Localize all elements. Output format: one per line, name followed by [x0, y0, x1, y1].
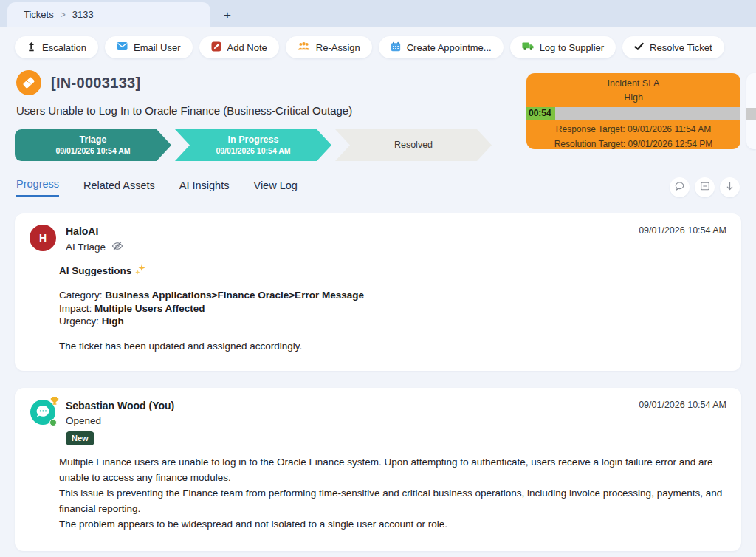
re-assign-label: Re-Assign	[316, 42, 360, 53]
add-note-button[interactable]: Add Note	[199, 36, 279, 58]
ai-suggestions-heading: AI Suggestions	[59, 265, 131, 276]
action-toolbar: Escalation Email User Add Note Re-Assign…	[0, 27, 756, 58]
author-name: Sebastian Wood (You)	[66, 399, 174, 411]
truck-icon	[522, 41, 534, 53]
add-note-label: Add Note	[227, 42, 267, 53]
check-icon	[634, 42, 644, 53]
ai-footer-note: The ticket has been updated and assigned…	[59, 341, 726, 352]
sla-resolution-target: Resolution Target: 09/01/2026 12:54 PM	[526, 139, 740, 149]
step-label: Resolved	[394, 140, 433, 151]
re-assign-icon	[298, 41, 310, 53]
sla-timer-bar: 00:54	[526, 107, 740, 120]
sla-title: Incident SLA	[526, 78, 740, 89]
ai-field-impact: Impact: Multiple Users Affected	[59, 302, 726, 315]
tab-ticket-3133[interactable]: Tickets > 3133	[7, 2, 210, 27]
feed-card-opened: 09/01/2026 10:54 AM Sebastian Wood (You)…	[15, 388, 741, 551]
chevron-right-icon: >	[61, 10, 66, 20]
detail-tabs: Progress Related Assets AI Insights View…	[16, 177, 740, 199]
action-label: AI Triage	[66, 242, 106, 253]
workflow-step-resolved[interactable]: Resolved	[335, 129, 492, 161]
collapse-notes-button[interactable]	[695, 177, 715, 197]
ai-field-urgency: Urgency: High	[59, 315, 726, 328]
resolve-ticket-label: Resolve Ticket	[650, 42, 712, 53]
ticket-type-icon	[16, 70, 41, 95]
ticket-id: [IN-0003133]	[51, 75, 140, 92]
action-label: Opened	[66, 415, 101, 426]
escalation-label: Escalation	[42, 42, 86, 53]
escalation-button[interactable]: Escalation	[15, 36, 98, 58]
note-collapse-icon	[700, 181, 710, 194]
author-name: HaloAI	[66, 225, 123, 237]
workflow-step-triage[interactable]: Triage 09/01/2026 10:54 AM	[15, 129, 171, 161]
sla-priority: High	[526, 92, 740, 103]
step-label: Triage	[80, 134, 107, 146]
add-note-icon	[211, 41, 221, 54]
card-timestamp: 09/01/2026 10:54 AM	[639, 225, 726, 236]
description-paragraph: Multiple Finance users are unable to log…	[59, 454, 726, 485]
description-paragraph: The problem appears to be widespread and…	[59, 516, 726, 532]
re-assign-button[interactable]: Re-Assign	[286, 36, 372, 58]
email-user-label: Email User	[134, 42, 181, 53]
ai-field-category: Category: Business Applications>Finance …	[59, 289, 726, 302]
ticket-activity-feed: 09/01/2026 10:54 AM H HaloAI AI Triage A…	[15, 213, 741, 551]
step-label: In Progress	[228, 134, 279, 146]
browser-tab-bar: Tickets > 3133 +	[0, 0, 756, 27]
step-timestamp: 09/01/2026 10:54 AM	[216, 146, 290, 156]
sla-response-target: Response Target: 09/01/2026 11:54 AM	[526, 124, 740, 134]
next-sla-timer-track	[746, 108, 756, 120]
sla-panel: Incident SLA High 00:54 Response Target:…	[526, 73, 740, 149]
sla-timer-value: 00:54	[526, 107, 740, 120]
scroll-down-button[interactable]	[720, 177, 740, 197]
create-appointment-button[interactable]: Create Appointme...	[379, 36, 504, 58]
workflow-step-in-progress[interactable]: In Progress 09/01/2026 10:54 AM	[175, 129, 331, 161]
log-to-supplier-button[interactable]: Log to Supplier	[510, 36, 616, 58]
user-avatar	[30, 399, 56, 426]
new-tab-button[interactable]: +	[224, 9, 231, 21]
tab-ai-insights[interactable]: AI Insights	[179, 180, 230, 197]
feed-card-haloai: 09/01/2026 10:54 AM H HaloAI AI Triage A…	[15, 213, 741, 371]
sparkles-icon	[134, 264, 146, 278]
email-icon	[117, 41, 128, 53]
quick-actions	[670, 177, 740, 197]
tab-progress[interactable]: Progress	[16, 178, 59, 197]
tab-view-log[interactable]: View Log	[253, 180, 297, 197]
calendar-icon	[391, 41, 401, 54]
chat-bubble-button[interactable]	[670, 177, 690, 197]
escalation-icon	[27, 41, 36, 54]
presence-dot	[49, 419, 57, 426]
haloai-avatar: H	[30, 225, 56, 251]
status-badge-new: New	[66, 431, 94, 445]
tab-ticket-id: 3133	[72, 9, 94, 20]
arrow-down-icon	[725, 181, 735, 194]
trophy-badge-icon	[50, 395, 59, 409]
eye-off-icon	[111, 241, 123, 253]
email-user-button[interactable]: Email User	[105, 36, 193, 58]
chat-bubble-icon	[674, 181, 685, 194]
next-sla-panel-peek	[746, 73, 756, 149]
workflow-steps: Triage 09/01/2026 10:54 AM In Progress 0…	[15, 129, 492, 161]
resolve-ticket-button[interactable]: Resolve Ticket	[622, 36, 724, 58]
tab-section-label: Tickets	[24, 9, 54, 20]
log-to-supplier-label: Log to Supplier	[540, 42, 604, 53]
step-timestamp: 09/01/2026 10:54 AM	[55, 146, 130, 156]
tab-related-assets[interactable]: Related Assets	[83, 180, 155, 197]
description-paragraph: This issue is preventing the Finance tea…	[59, 485, 726, 516]
create-appointment-label: Create Appointme...	[407, 42, 492, 53]
card-timestamp: 09/01/2026 10:54 AM	[639, 400, 726, 410]
